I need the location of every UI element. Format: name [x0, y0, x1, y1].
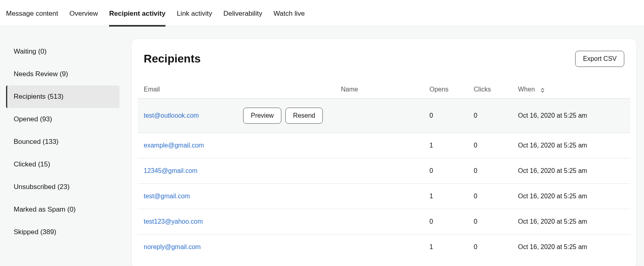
panel-title: Recipients	[144, 52, 201, 65]
recipients-panel: Recipients Export CSV Email Name Opens C…	[131, 38, 637, 266]
recipient-email-link[interactable]: test@outloook.com	[144, 112, 199, 119]
table-row[interactable]: 12345@gmail.com00Oct 16, 2020 at 5:25 am	[138, 158, 630, 183]
recipients-table: Email Name Opens Clicks When	[138, 81, 630, 260]
sidebar-item-recipients[interactable]: Recipients (513)	[6, 85, 120, 108]
table-row[interactable]: noreply@gmail.com10Oct 16, 2020 at 5:25 …	[138, 234, 630, 260]
sidebar-item-skipped[interactable]: Skipped (389)	[6, 221, 120, 243]
recipient-when-cell: Oct 16, 2020 at 5:25 am	[512, 158, 630, 183]
top-tabs-bar: Message contentOverviewRecipient activit…	[0, 0, 644, 26]
sidebar-item-clicked[interactable]: Clicked (15)	[6, 153, 120, 176]
recipient-clicks-cell: 0	[468, 209, 512, 234]
table-row[interactable]: example@gmail.com10Oct 16, 2020 at 5:25 …	[138, 133, 630, 158]
sidebar-item-waiting[interactable]: Waiting (0)	[6, 40, 120, 63]
column-header-when[interactable]: When	[512, 81, 630, 98]
recipient-when-cell: Oct 16, 2020 at 5:25 am	[512, 98, 630, 133]
column-header-name[interactable]: Name	[335, 81, 423, 98]
export-csv-button[interactable]: Export CSV	[575, 51, 624, 67]
recipient-name-cell	[335, 133, 423, 158]
recipient-opens-cell: 1	[423, 183, 468, 209]
column-header-opens[interactable]: Opens	[423, 81, 468, 98]
recipient-name-cell	[335, 234, 423, 260]
recipient-opens-cell: 1	[423, 234, 468, 260]
column-header-when-label: When	[518, 86, 535, 93]
sidebar-item-bounced[interactable]: Bounced (133)	[6, 131, 120, 153]
recipient-name-cell	[335, 98, 423, 133]
recipient-clicks-cell: 0	[468, 98, 512, 133]
sort-icon	[538, 86, 545, 94]
recipient-clicks-cell: 0	[468, 133, 512, 158]
recipient-clicks-cell: 0	[468, 158, 512, 183]
content-area: Waiting (0)Needs Review (9)Recipients (5…	[0, 26, 644, 266]
recipient-when-cell: Oct 16, 2020 at 5:25 am	[512, 209, 630, 234]
sidebar-item-marked-as-spam[interactable]: Marked as Spam (0)	[6, 198, 120, 221]
recipient-opens-cell: 1	[423, 133, 468, 158]
panel-header: Recipients Export CSV	[132, 39, 636, 71]
preview-button[interactable]: Preview	[243, 108, 281, 124]
recipient-name-cell	[335, 183, 423, 209]
resend-button[interactable]: Resend	[285, 108, 323, 124]
recipient-when-cell: Oct 16, 2020 at 5:25 am	[512, 234, 630, 260]
column-header-clicks[interactable]: Clicks	[468, 81, 512, 98]
recipient-email-link[interactable]: test@gmail.com	[144, 193, 190, 200]
tab-overview[interactable]: Overview	[69, 7, 98, 27]
tab-recipient-activity[interactable]: Recipient activity	[109, 7, 165, 27]
recipient-email-link[interactable]: noreply@gmail.com	[144, 243, 201, 251]
recipient-email-link[interactable]: example@gmail.com	[144, 142, 204, 149]
recipient-name-cell	[335, 158, 423, 183]
table-wrap: Email Name Opens Clicks When	[132, 81, 636, 260]
recipient-email-link[interactable]: 12345@gmail.com	[144, 167, 198, 175]
table-row[interactable]: test@gmail.com10Oct 16, 2020 at 5:25 am	[138, 183, 630, 209]
recipient-when-cell: Oct 16, 2020 at 5:25 am	[512, 133, 630, 158]
recipient-when-cell: Oct 16, 2020 at 5:25 am	[512, 183, 630, 209]
tab-watch-live[interactable]: Watch live	[273, 7, 305, 27]
table-row[interactable]: test123@yahoo.com00Oct 16, 2020 at 5:25 …	[138, 209, 630, 234]
recipient-email-link[interactable]: test123@yahoo.com	[144, 218, 203, 225]
table-row[interactable]: test@outloook.comPreviewResend00Oct 16, …	[138, 98, 630, 133]
sidebar-item-unsubscribed[interactable]: Unsubscribed (23)	[6, 176, 120, 198]
sidebar-item-needs-review[interactable]: Needs Review (9)	[6, 63, 120, 85]
tab-message-content[interactable]: Message content	[6, 7, 58, 27]
recipient-opens-cell: 0	[423, 98, 468, 133]
sidebar: Waiting (0)Needs Review (9)Recipients (5…	[0, 26, 126, 266]
recipient-opens-cell: 0	[423, 209, 468, 234]
recipient-opens-cell: 0	[423, 158, 468, 183]
column-header-email[interactable]: Email	[138, 81, 335, 98]
recipient-clicks-cell: 0	[468, 234, 512, 260]
recipient-clicks-cell: 0	[468, 183, 512, 209]
recipient-name-cell	[335, 209, 423, 234]
tab-deliverability[interactable]: Deliverability	[223, 7, 262, 27]
sidebar-item-opened[interactable]: Opened (93)	[6, 108, 120, 131]
tab-link-activity[interactable]: Link activity	[177, 7, 212, 27]
